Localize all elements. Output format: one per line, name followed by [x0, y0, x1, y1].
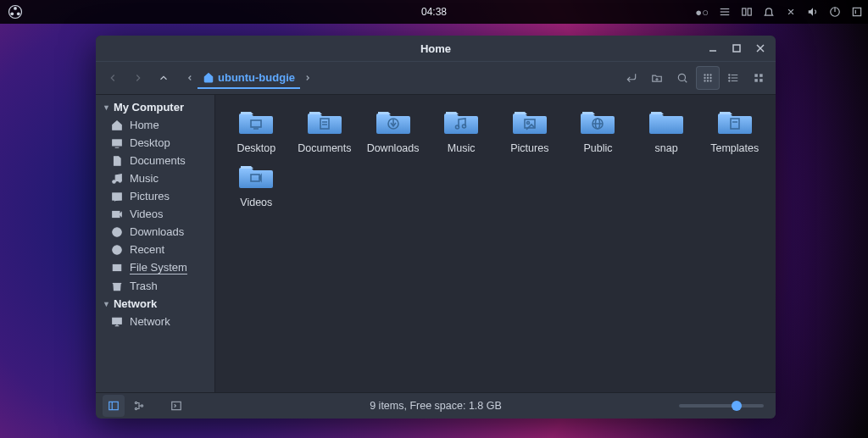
titlebar[interactable]: Home	[96, 36, 776, 61]
pathbar: ubuntu-budgie	[182, 66, 618, 90]
top-panel: 04:38 ●○	[0, 0, 868, 24]
sidebar-item-documents[interactable]: Documents	[96, 152, 214, 169]
window-title: Home	[420, 42, 451, 55]
svg-point-77	[135, 408, 136, 409]
sidebar-item-file-system[interactable]: File System	[96, 258, 214, 277]
list-view-button[interactable]	[721, 66, 745, 90]
folder-desktop[interactable]: Desktop	[222, 107, 291, 154]
content-area[interactable]: Desktop Documents Downloads Music Pictur…	[215, 95, 776, 392]
power-icon[interactable]	[829, 6, 841, 18]
folder-icon	[512, 107, 548, 136]
sidebar-item-videos[interactable]: Videos	[96, 205, 214, 223]
sidebar-item-recent[interactable]: Recent	[96, 241, 214, 258]
sidebar: ▼My ComputerHomeDesktopDocumentsMusicPic…	[96, 95, 215, 392]
sidebar-item-trash[interactable]: Trash	[96, 277, 214, 295]
toggle-location-button[interactable]	[620, 66, 643, 90]
sidebar-section[interactable]: ▼My Computer	[96, 98, 214, 116]
sidebar-item-label: File System	[130, 261, 187, 274]
folder-icon	[717, 107, 753, 136]
folder-label: Documents	[298, 142, 351, 154]
applets-icon[interactable]	[851, 6, 863, 18]
svg-point-29	[709, 80, 711, 81]
show-sidebar-button[interactable]	[103, 395, 125, 417]
budgie-logo-icon[interactable]	[7, 3, 24, 20]
folder-icon	[580, 107, 615, 136]
svg-rect-53	[113, 318, 122, 324]
folder-public[interactable]: Public	[564, 107, 632, 154]
forward-button[interactable]	[126, 66, 150, 90]
svg-point-3	[17, 12, 20, 15]
svg-rect-46	[113, 211, 120, 217]
folder-label: Public	[583, 142, 612, 154]
svg-point-43	[119, 179, 122, 182]
svg-rect-14	[733, 45, 740, 52]
zoom-knob[interactable]	[732, 401, 742, 411]
compact-view-button[interactable]	[747, 66, 771, 90]
sidebar-item-label: Music	[130, 172, 159, 185]
show-treeview-button[interactable]	[128, 395, 150, 417]
search-button[interactable]	[670, 66, 694, 90]
notifications-icon[interactable]	[763, 6, 775, 18]
folder-label: Music	[448, 142, 476, 154]
svg-point-2	[10, 12, 14, 15]
sidebar-item-label: Recent	[130, 243, 164, 256]
folder-label: Templates	[710, 142, 759, 154]
folder-downloads[interactable]: Downloads	[359, 107, 427, 154]
record-indicator-icon[interactable]: ●○	[695, 6, 709, 19]
svg-rect-39	[760, 79, 763, 82]
folder-music[interactable]: Music	[427, 107, 496, 154]
minimize-button[interactable]	[703, 38, 723, 58]
back-button[interactable]	[101, 66, 125, 90]
new-folder-button[interactable]	[645, 66, 669, 90]
terminal-button[interactable]	[165, 395, 187, 417]
svg-point-52	[114, 267, 115, 268]
icon-view-button[interactable]	[696, 66, 720, 90]
zoom-slider[interactable]	[679, 404, 764, 408]
sidebar-item-label: Pictures	[130, 190, 170, 202]
sidebar-item-label: Downloads	[130, 225, 184, 238]
maximize-button[interactable]	[726, 38, 747, 58]
menu-icon[interactable]	[719, 6, 731, 18]
svg-rect-36	[754, 74, 758, 77]
sidebar-item-downloads[interactable]: Downloads	[96, 223, 214, 241]
folder-label: snap	[655, 142, 678, 154]
svg-point-42	[113, 180, 116, 183]
svg-point-21	[704, 74, 705, 75]
folder-documents[interactable]: Documents	[291, 107, 359, 154]
close-button[interactable]	[750, 38, 771, 58]
network-icon[interactable]	[785, 6, 797, 18]
sidebar-item-home[interactable]: Home	[96, 116, 214, 134]
sidebar-item-label: Network	[130, 315, 170, 328]
workspace-icon[interactable]	[741, 6, 753, 18]
sidebar-item-music[interactable]: Music	[96, 169, 214, 187]
svg-rect-8	[748, 8, 751, 15]
sidebar-item-desktop[interactable]: Desktop	[96, 134, 214, 152]
svg-rect-37	[760, 74, 763, 77]
svg-point-27	[704, 80, 705, 81]
path-prev-button[interactable]	[182, 66, 198, 90]
svg-point-34	[729, 77, 730, 78]
sidebar-item-label: Videos	[130, 208, 164, 220]
folder-pictures[interactable]: Pictures	[496, 107, 565, 154]
path-segment-home[interactable]: ubuntu-budgie	[198, 68, 300, 89]
svg-point-22	[707, 74, 709, 75]
folder-snap[interactable]: snap	[632, 107, 701, 154]
svg-rect-11	[853, 8, 860, 15]
folder-icon	[376, 107, 411, 136]
folder-videos[interactable]: Videos	[222, 161, 291, 208]
sidebar-item-label: Home	[130, 119, 159, 131]
svg-rect-40	[113, 139, 122, 145]
path-next-button[interactable]	[300, 66, 315, 90]
sound-icon[interactable]	[807, 6, 819, 18]
sidebar-item-pictures[interactable]: Pictures	[96, 187, 214, 205]
sidebar-section[interactable]: ▼Network	[96, 295, 214, 313]
folder-label: Pictures	[510, 142, 548, 154]
folder-label: Downloads	[367, 142, 420, 154]
sidebar-item-network[interactable]: Network	[96, 313, 214, 330]
svg-point-23	[709, 74, 711, 75]
folder-templates[interactable]: Templates	[700, 107, 769, 154]
sidebar-item-label: Documents	[130, 154, 186, 167]
svg-rect-7	[743, 8, 746, 15]
up-button[interactable]	[152, 66, 175, 90]
folder-label: Videos	[240, 197, 272, 208]
